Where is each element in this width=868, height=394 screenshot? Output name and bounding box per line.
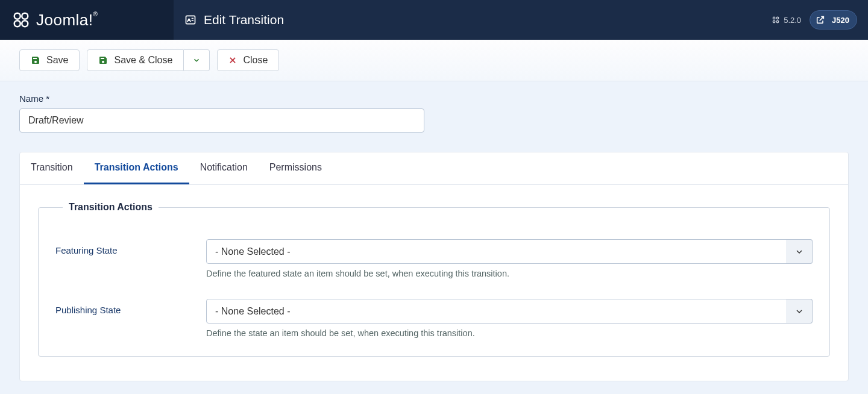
featuring-state-help: Define the featured state an item should…	[206, 269, 813, 278]
chevron-down-icon	[192, 56, 201, 64]
featuring-state-select-wrapper: - None Selected -	[206, 239, 813, 264]
publishing-state-help: Define the state an item should be set, …	[206, 328, 813, 338]
svg-point-11	[776, 20, 779, 23]
tab-transition[interactable]: Transition	[20, 152, 84, 184]
save-close-dropdown-toggle[interactable]	[184, 49, 210, 71]
svg-point-2	[14, 20, 20, 27]
svg-point-3	[22, 20, 28, 27]
featuring-state-select[interactable]: - None Selected -	[206, 239, 813, 264]
featuring-state-row: Featuring State - None Selected -	[55, 228, 813, 278]
tab-notification[interactable]: Notification	[189, 152, 259, 184]
publishing-state-select[interactable]: - None Selected -	[206, 299, 813, 324]
contact-card-icon	[184, 14, 197, 26]
transition-actions-fieldset: Transition Actions Featuring State - Non…	[38, 202, 830, 357]
tabs: Transition Transition Actions Notificati…	[20, 152, 848, 185]
save-close-button[interactable]: Save & Close	[87, 49, 184, 71]
joomla-logo-icon	[12, 11, 30, 29]
save-button[interactable]: Save	[19, 49, 80, 71]
version-text: 5.2.0	[784, 16, 801, 25]
fieldset-legend: Transition Actions	[63, 202, 159, 213]
page-heading: Edit Transition	[174, 13, 772, 27]
open-site-button[interactable]: J520	[810, 10, 857, 30]
svg-rect-4	[186, 16, 195, 23]
publishing-state-label: Publishing State	[55, 299, 194, 338]
tab-permissions[interactable]: Permissions	[259, 152, 333, 184]
transition-actions-panel: Transition Actions Featuring State - Non…	[20, 185, 848, 381]
publishing-state-select-wrapper: - None Selected -	[206, 299, 813, 324]
tab-transition-actions[interactable]: Transition Actions	[84, 152, 189, 184]
save-close-group: Save & Close	[87, 49, 210, 71]
name-label: Name *	[19, 93, 849, 104]
content-area: Name * Transition Transition Actions Not…	[0, 81, 868, 394]
featuring-state-label: Featuring State	[55, 239, 194, 278]
close-icon	[228, 56, 237, 64]
svg-point-9	[776, 17, 779, 19]
svg-point-0	[14, 13, 20, 19]
version-indicator[interactable]: 5.2.0	[772, 16, 801, 25]
app-header: Joomla!® Edit Transition 5.2.0	[0, 0, 868, 40]
save-icon	[98, 55, 108, 65]
name-input[interactable]	[19, 108, 424, 133]
external-link-icon	[814, 13, 827, 27]
header-right: 5.2.0 J520	[772, 10, 868, 30]
site-label: J520	[832, 16, 849, 25]
svg-point-10	[773, 20, 775, 23]
save-icon	[31, 55, 40, 65]
svg-point-1	[22, 13, 28, 19]
svg-point-8	[773, 17, 775, 19]
joomla-small-icon	[772, 16, 780, 24]
close-button[interactable]: Close	[217, 49, 279, 71]
action-toolbar: Save Save & Close Close	[0, 40, 868, 81]
brand-name: Joomla!®	[36, 11, 98, 30]
publishing-state-row: Publishing State - None Selected -	[55, 278, 813, 338]
page-title: Edit Transition	[204, 13, 284, 27]
main-card: Transition Transition Actions Notificati…	[19, 152, 849, 381]
brand[interactable]: Joomla!®	[0, 0, 174, 40]
